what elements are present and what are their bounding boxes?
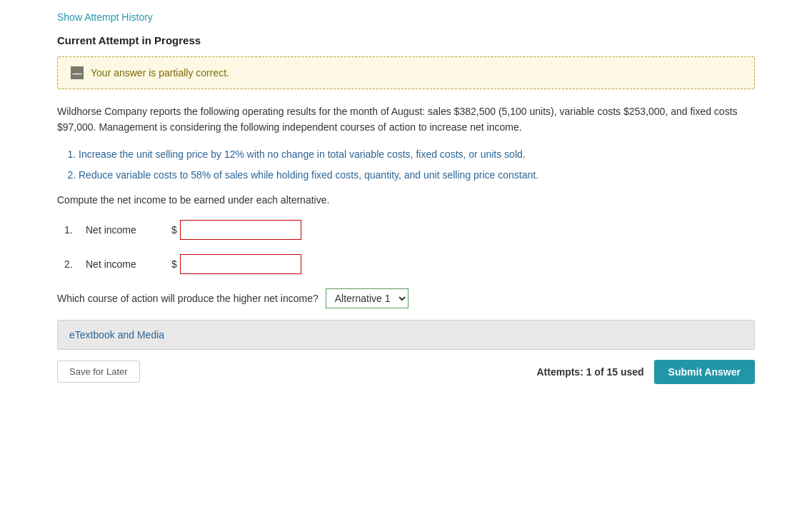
footer-row: Save for Later Attempts: 1 of 15 used Su… [57, 360, 755, 384]
show-attempt-history-link[interactable]: Show Attempt History [57, 11, 153, 23]
net-income-input-1[interactable] [180, 220, 301, 240]
attempts-text: Attempts: 1 of 15 used [536, 366, 643, 378]
net-income-row-2: 2. Net income $ [64, 254, 755, 274]
alternative-select[interactable]: Alternative 1 Alternative 2 [326, 288, 408, 308]
row-2-dollar: $ [171, 258, 177, 270]
net-income-row-1: 1. Net income $ [64, 220, 755, 240]
row-1-number: 1. [64, 224, 86, 236]
partial-correct-icon: — [71, 66, 84, 79]
page-wrapper: Show Attempt History Current Attempt in … [0, 0, 812, 524]
partial-correct-banner: — Your answer is partially correct. [57, 56, 755, 89]
which-course-question: Which course of action will produce the … [57, 293, 319, 304]
list-item-1: Increase the unit selling price by 12% w… [79, 147, 755, 162]
net-income-input-2[interactable] [180, 254, 301, 274]
partial-correct-message: Your answer is partially correct. [91, 67, 229, 79]
compute-label: Compute the net income to be earned unde… [57, 194, 755, 206]
problem-list: Increase the unit selling price by 12% w… [79, 147, 755, 183]
problem-description: Wildhorse Company reports the following … [57, 104, 755, 136]
footer-right: Attempts: 1 of 15 used Submit Answer [536, 360, 755, 384]
submit-answer-button[interactable]: Submit Answer [654, 360, 755, 384]
save-for-later-button[interactable]: Save for Later [57, 361, 140, 383]
list-item-2: Reduce variable costs to 58% of sales wh… [79, 168, 755, 183]
row-2-number: 2. [64, 258, 86, 270]
section-title: Current Attempt in Progress [57, 34, 755, 46]
which-course-row: Which course of action will produce the … [57, 288, 755, 308]
row-1-label: Net income [86, 224, 171, 236]
etextbook-bar[interactable]: eTextbook and Media [57, 320, 755, 350]
row-1-dollar: $ [171, 224, 177, 236]
row-2-label: Net income [86, 258, 171, 270]
